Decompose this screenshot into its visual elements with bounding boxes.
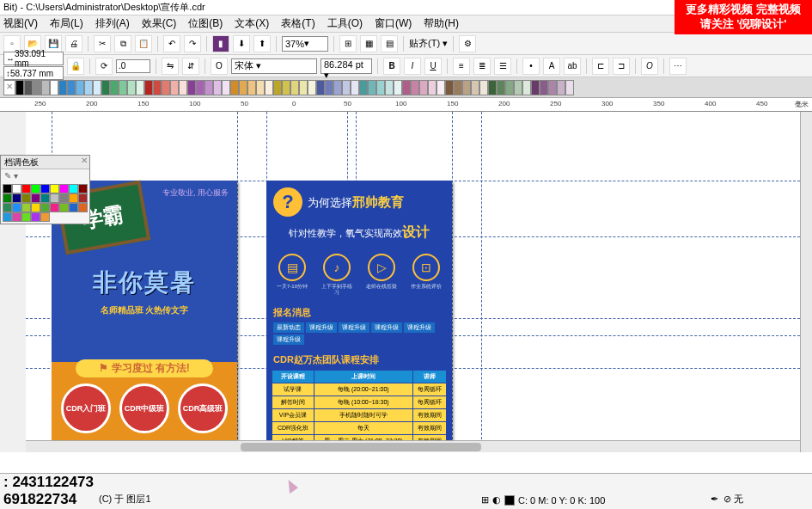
color-swatch[interactable] [40,203,50,212]
menu-item[interactable]: 位图(B) [188,16,223,31]
color-swatch[interactable] [557,80,565,95]
color-swatch[interactable] [342,80,351,95]
color-swatch[interactable] [67,80,76,95]
options-icon[interactable]: ⚙ [459,35,476,52]
align-left-icon[interactable]: ≡ [453,58,470,75]
font-size[interactable]: 86.284 pt ▾ [321,58,372,74]
color-swatch[interactable] [179,80,187,95]
color-swatch[interactable] [239,80,247,95]
flip-h-icon[interactable]: ⇋ [162,58,179,75]
color-swatch[interactable] [21,193,31,203]
color-swatch[interactable] [15,80,24,95]
color-swatch[interactable] [69,203,78,212]
color-swatch[interactable] [462,80,471,95]
color-swatch[interactable] [119,80,127,95]
align-right-icon[interactable]: ☰ [494,58,511,75]
color-swatch[interactable] [479,80,488,95]
color-swatch[interactable] [376,80,385,95]
color-swatch[interactable] [12,212,21,222]
color-swatch[interactable] [162,80,170,95]
color-swatch[interactable] [69,184,78,193]
color-swatch[interactable] [3,184,12,193]
color-swatch[interactable] [256,80,265,95]
color-swatch[interactable] [21,184,31,193]
guide-line[interactable] [452,112,453,452]
color-palette-docker[interactable]: 档调色板✕ ✎ ▾ [0,155,90,224]
menu-item[interactable]: 表格(T) [281,16,314,31]
bold-icon[interactable]: B [383,58,400,75]
fill-swatch[interactable] [504,495,515,506]
align-center-icon[interactable]: ≣ [473,58,491,75]
zoom-level[interactable]: 37% ▾ [282,36,328,52]
color-swatch[interactable] [497,80,505,95]
color-swatch[interactable] [213,80,222,95]
color-swatch[interactable] [40,184,50,193]
color-swatch[interactable] [78,203,88,212]
color-swatch[interactable] [282,80,290,95]
color-swatch[interactable] [351,80,359,95]
color-swatch[interactable] [308,80,316,95]
color-swatch[interactable] [110,80,119,95]
grid-icon[interactable]: ▦ [360,35,377,52]
menu-item[interactable]: 窗口(W) [375,16,412,31]
redo-icon[interactable]: ↷ [184,35,201,52]
color-swatch[interactable] [40,212,50,222]
tool-icon[interactable]: ▮ [212,35,229,52]
guide-line[interactable] [481,112,482,452]
color-swatch[interactable] [290,80,299,95]
color-swatch[interactable] [40,193,50,203]
color-swatch[interactable] [316,80,325,95]
color-swatch[interactable] [3,212,12,222]
color-swatch[interactable] [540,80,548,95]
color-swatch[interactable] [359,80,368,95]
color-swatch[interactable] [12,203,21,212]
menu-item[interactable]: 效果(C) [142,16,177,31]
color-swatch[interactable] [394,80,402,95]
color-swatch[interactable] [333,80,342,95]
copy-icon[interactable]: ⧉ [114,35,131,52]
color-swatch[interactable] [136,80,144,95]
color-swatch[interactable] [505,80,514,95]
color-swatch[interactable] [41,80,50,95]
color-swatch[interactable] [24,80,33,95]
no-fill-swatch[interactable] [3,80,15,95]
canvas-work-area[interactable]: 专业敬业, 用心服务 学霸 非你莫暑 名师精品班 火热传文字 ⚑ 学习度过 有方… [0,112,812,452]
scrollbar-horizontal[interactable] [26,440,800,452]
color-swatch[interactable] [402,80,411,95]
print-icon[interactable]: 🖨 [65,35,82,52]
char-icon[interactable]: O [641,58,658,75]
outdent-icon[interactable]: ⊐ [613,58,630,75]
color-swatch[interactable] [33,80,41,95]
italic-icon[interactable]: I [404,58,421,75]
rotate-input[interactable]: .0 [116,59,150,73]
color-swatch[interactable] [522,80,531,95]
color-swatch[interactable] [50,80,58,95]
flip-v-icon[interactable]: ⇵ [182,58,199,75]
color-swatch[interactable] [187,80,196,95]
font-select[interactable]: 宋体 ▾ [231,58,317,74]
color-swatch[interactable] [273,80,282,95]
color-swatch[interactable] [488,80,497,95]
x-coord[interactable]: ↔ 393.091 mm [3,52,64,65]
color-swatch[interactable] [93,80,101,95]
eyedropper-icon[interactable]: ✎ ▾ [1,169,89,182]
paste-icon[interactable]: 📋 [135,35,152,52]
color-swatch[interactable] [471,80,479,95]
guide-line[interactable] [237,112,238,452]
color-swatch[interactable] [78,184,88,193]
export-icon[interactable]: ⬆ [253,35,271,52]
color-swatch[interactable] [153,80,162,95]
color-swatch[interactable] [59,184,69,193]
menu-item[interactable]: 帮助(H) [424,16,459,31]
color-swatch[interactable] [50,184,59,193]
color-swatch[interactable] [31,193,40,203]
color-swatch[interactable] [3,203,12,212]
underline-icon[interactable]: U [424,58,442,75]
color-swatch[interactable] [58,80,67,95]
bullet-icon[interactable]: • [522,58,540,75]
color-swatch[interactable] [170,80,179,95]
color-swatch[interactable] [514,80,522,95]
color-swatch[interactable] [385,80,394,95]
color-swatch[interactable] [31,212,40,222]
menu-item[interactable]: 布局(L) [50,16,83,31]
